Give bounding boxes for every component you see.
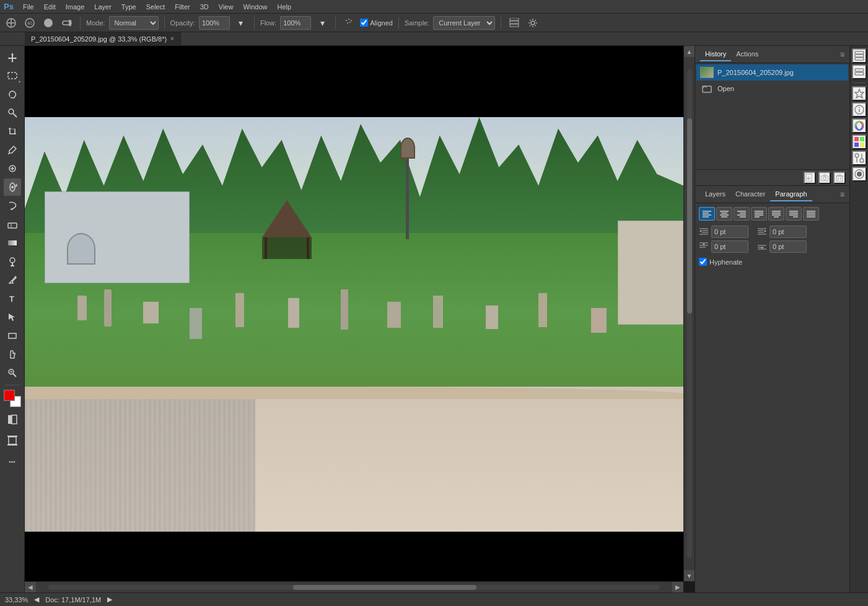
layers-panel-menu[interactable]: ≡ [840, 190, 844, 199]
menu-type[interactable]: Type [117, 2, 141, 12]
flow-arrow-btn[interactable]: ▾ [315, 15, 330, 30]
align-right-btn[interactable] [734, 207, 750, 221]
svg-rect-113 [860, 137, 864, 141]
document-tab[interactable]: P_20150604_205209.jpg @ 33,3% (RGB/8*) × [25, 32, 181, 46]
align-left-btn[interactable] [699, 207, 715, 221]
menu-image[interactable]: Image [61, 2, 89, 12]
pen-tool-btn[interactable] [4, 271, 21, 289]
gradient-btn[interactable] [4, 234, 21, 252]
menu-file[interactable]: File [19, 2, 38, 12]
status-nav-left[interactable]: ◀ [34, 595, 39, 604]
character-tab[interactable]: Character [730, 188, 770, 201]
move-tool-btn[interactable] [4, 48, 21, 66]
toggle-airbrush-btn[interactable] [59, 15, 74, 30]
create-document-btn[interactable] [804, 172, 816, 184]
dodge-btn[interactable] [4, 253, 21, 270]
svg-point-5 [44, 19, 53, 27]
history-tab[interactable]: History [700, 48, 731, 61]
heal-spot-btn[interactable] [4, 160, 21, 177]
svg-point-11 [347, 22, 348, 24]
channels-btn[interactable] [852, 48, 867, 63]
history-brush-btn[interactable] [4, 197, 21, 214]
mode-select[interactable]: Normal [109, 16, 159, 30]
crop-tool-btn[interactable] [4, 123, 21, 140]
eraser-btn[interactable] [4, 216, 21, 233]
scroll-left-btn[interactable]: ◀ [25, 582, 36, 593]
canvas-photo-wrap[interactable] [25, 117, 683, 532]
path-select-btn[interactable] [4, 309, 21, 326]
zoom-tool-btn[interactable] [4, 364, 21, 382]
eyedropper-btn[interactable] [4, 141, 21, 159]
menu-filter[interactable]: Filter [170, 2, 194, 12]
scrollbar-thumb-vertical[interactable] [687, 118, 692, 314]
menu-view[interactable]: View [214, 2, 238, 12]
space-before-input[interactable] [711, 240, 748, 253]
lasso-tool-btn[interactable] [4, 86, 21, 103]
eyedropper-icon [7, 145, 17, 155]
info-btn[interactable] [852, 102, 867, 117]
foreground-color-swatch[interactable] [4, 390, 15, 401]
dodge-icon [7, 257, 17, 266]
layers-icon-btn[interactable] [852, 64, 867, 79]
brush-size-btn[interactable]: 40 [22, 15, 37, 30]
opacity-input[interactable] [199, 16, 230, 30]
shape-tool-btn[interactable] [4, 327, 21, 345]
justify-right-btn[interactable] [786, 207, 802, 221]
horizontal-scrollbar[interactable]: ◀ ▶ [25, 581, 683, 592]
delete-history-btn[interactable] [833, 172, 846, 184]
menu-3d[interactable]: 3D [196, 2, 213, 12]
menu-layer[interactable]: Layer [90, 2, 116, 12]
svg-text:T: T [9, 294, 14, 304]
menu-help[interactable]: Help [273, 2, 296, 12]
sample-all-layers-btn[interactable] [507, 15, 522, 30]
hyphenate-checkbox[interactable] [699, 258, 707, 266]
settings-btn[interactable] [525, 15, 540, 30]
clone-stamp-btn[interactable] [4, 178, 21, 196]
paragraph-tab[interactable]: Paragraph [770, 188, 812, 201]
sample-select[interactable]: Current Layer [433, 16, 495, 30]
quick-select-btn[interactable] [4, 104, 21, 121]
justify-center-btn[interactable] [768, 207, 784, 221]
opacity-arrow-btn[interactable]: ▾ [234, 15, 248, 30]
scroll-down-btn[interactable]: ▼ [684, 570, 695, 581]
quick-mask-btn[interactable] [4, 411, 21, 428]
history-item-0[interactable]: P_20150604_205209.jpg [696, 64, 848, 81]
marquee-tool-btn[interactable]: ▾ [4, 67, 21, 84]
brush-hardness-btn[interactable] [41, 15, 56, 30]
spray-btn[interactable] [341, 15, 356, 30]
layers-tab[interactable]: Layers [700, 188, 730, 201]
tab-close-btn[interactable]: × [170, 35, 174, 42]
history-item-1[interactable]: Open [696, 81, 848, 97]
scrollbar-thumb-horizontal[interactable] [293, 585, 476, 590]
adjustments-btn[interactable] [852, 151, 867, 165]
justify-left-btn[interactable] [751, 207, 767, 221]
menu-window[interactable]: Window [239, 2, 271, 12]
text-tool-btn[interactable]: T [4, 290, 21, 307]
screen-mode-btn[interactable] [4, 432, 21, 449]
flow-input[interactable] [280, 16, 311, 30]
indent-left-input[interactable] [711, 226, 748, 238]
styles-btn[interactable] [852, 167, 867, 182]
more-tools-btn[interactable]: ••• [4, 453, 21, 470]
actions-tab[interactable]: Actions [731, 48, 763, 61]
indent-right-input[interactable] [769, 226, 807, 238]
swatches-btn[interactable] [852, 134, 867, 149]
aligned-checkbox[interactable] [360, 19, 368, 27]
styles-icon [854, 169, 865, 180]
navigator-btn[interactable] [852, 86, 867, 101]
space-after-input[interactable] [769, 240, 807, 253]
vertical-scrollbar[interactable]: ▲ ▼ [683, 46, 695, 581]
menu-edit[interactable]: Edit [40, 2, 60, 12]
color-btn[interactable] [852, 118, 867, 133]
camera-snapshot-btn[interactable] [818, 172, 831, 184]
tool-preset-btn[interactable] [4, 15, 19, 30]
color-swatches[interactable] [4, 390, 21, 407]
menu-select[interactable]: Select [142, 2, 170, 12]
align-center-btn[interactable] [716, 207, 732, 221]
scroll-up-btn[interactable]: ▲ [684, 46, 695, 57]
justify-all-btn[interactable] [803, 207, 819, 221]
history-panel-menu[interactable]: ≡ [840, 50, 844, 59]
scroll-right-btn[interactable]: ▶ [672, 582, 683, 593]
hand-tool-btn[interactable] [4, 346, 21, 363]
status-nav-right[interactable]: ▶ [107, 595, 112, 604]
